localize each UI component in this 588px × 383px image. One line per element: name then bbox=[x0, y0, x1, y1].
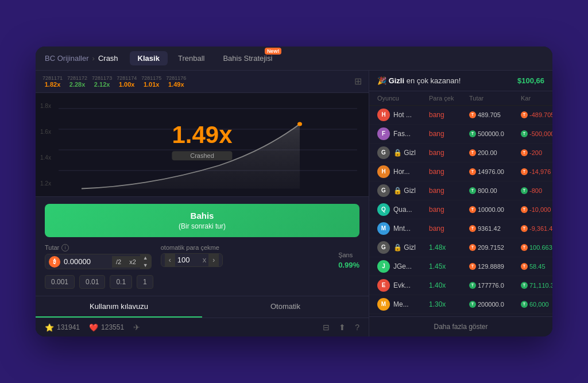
player-info: M Mnt... bbox=[377, 222, 429, 235]
coin-dot: T bbox=[469, 244, 476, 251]
crashed-label: Crashed bbox=[172, 151, 232, 160]
profit-coin-dot: T bbox=[521, 168, 528, 175]
history-item: 7281174 1.00x bbox=[117, 75, 137, 88]
table-row: G 🔒 Gizl 1.48x T 209.7152 T 100.663 bbox=[369, 238, 552, 257]
info-icon[interactable]: i bbox=[61, 244, 69, 252]
table-row: M Me... 1.30x T 200000.0 T 60,000 bbox=[369, 295, 552, 314]
table-row: H Hot ... bang T 489.705 T -489.705 bbox=[369, 106, 552, 125]
main-layout: 7281171 1.82x 7281172 2.28x 7281173 2.12… bbox=[36, 71, 552, 337]
grid-icon[interactable]: ⊞ bbox=[354, 76, 362, 87]
profit-coin-dot: T bbox=[521, 244, 528, 251]
half-button[interactable]: /2 bbox=[112, 256, 125, 268]
profit-text: -489.705 bbox=[529, 111, 552, 118]
amount-cell: T 129.8889 bbox=[469, 263, 521, 270]
game-id: 7281171 bbox=[42, 75, 63, 81]
coin-dot: T bbox=[469, 187, 476, 194]
breadcrumb-current[interactable]: Crash bbox=[98, 54, 118, 63]
profit-text: -500,000 bbox=[529, 130, 552, 137]
tab-bahis-stratejisi[interactable]: Bahis Stratejisi New! bbox=[215, 51, 280, 65]
heart-count: 123551 bbox=[101, 323, 124, 331]
amount-text: 10000.00 bbox=[478, 206, 504, 213]
grid-action-icon[interactable]: ⊟ bbox=[323, 323, 330, 332]
player-name: JGe... bbox=[393, 262, 412, 270]
profit-text: 60,000 bbox=[529, 301, 549, 308]
game-id: 7281174 bbox=[117, 75, 137, 81]
history-item: 7281176 1.49x bbox=[166, 75, 186, 88]
bet-button[interactable]: Bahis (Bir sonraki tur) bbox=[45, 204, 359, 237]
autocash-control-group: otomatik para çekme ‹ x › bbox=[161, 244, 223, 270]
player-info: G 🔒 Gizl bbox=[377, 241, 429, 254]
more-button[interactable]: Daha fazla göster bbox=[369, 316, 552, 336]
stepper-down[interactable]: ▼ bbox=[140, 262, 151, 269]
amount-cell: T 9361.42 bbox=[469, 225, 521, 232]
profit-text: -800 bbox=[529, 187, 542, 194]
amount-cell: T 200000.0 bbox=[469, 301, 521, 308]
autocash-label: otomatik para çekme bbox=[161, 244, 223, 251]
tab-trenball[interactable]: Trenball bbox=[170, 51, 212, 65]
amount-cell: T 200.00 bbox=[469, 149, 521, 156]
coin-dot: T bbox=[469, 149, 476, 156]
player-name: Hot ... bbox=[393, 111, 412, 119]
player-name: Me... bbox=[393, 300, 409, 308]
profit-coin-dot: T bbox=[521, 149, 528, 156]
player-name: 🔒 Gizl bbox=[393, 149, 416, 157]
breadcrumb-separator: › bbox=[92, 54, 95, 63]
amount-text: 14976.00 bbox=[478, 168, 504, 175]
footer-actions: ⊟ ⬆ ? bbox=[323, 323, 359, 332]
profit-coin-dot: T bbox=[521, 206, 528, 213]
tab-kullanim[interactable]: Kullanım kılavuzu bbox=[36, 296, 202, 318]
telegram-icon[interactable]: ✈ bbox=[133, 323, 140, 332]
quick-amount-01[interactable]: 0.1 bbox=[110, 275, 132, 289]
profit-cell: T -14,976 bbox=[521, 168, 552, 175]
amount-cell: T 500000.0 bbox=[469, 130, 521, 137]
avatar: E bbox=[377, 279, 390, 292]
autocash-next[interactable]: › bbox=[208, 254, 219, 266]
top-nav: BC Orijinaller › Crash Klasik Trenball B… bbox=[36, 47, 552, 71]
amount-cell: T 209.7152 bbox=[469, 244, 521, 251]
profit-coin-dot: T bbox=[521, 187, 528, 194]
table-row: G 🔒 Gizl bang T 800.00 T -800 bbox=[369, 181, 552, 200]
cashout-value: 1.30x bbox=[429, 300, 469, 308]
cashout-value: 1.48x bbox=[429, 243, 469, 252]
stats-action-icon[interactable]: ⬆ bbox=[339, 323, 346, 332]
quick-amount-1[interactable]: 1 bbox=[137, 275, 153, 289]
amount-label: Tutar i bbox=[45, 244, 152, 252]
table-row: F Fas... bang T 500000.0 T -500,000 bbox=[369, 125, 552, 144]
double-button[interactable]: x2 bbox=[125, 256, 140, 268]
app-container: BC Orijinaller › Crash Klasik Trenball B… bbox=[36, 47, 552, 337]
player-name: Hor... bbox=[393, 168, 410, 176]
amount-cell: T 800.00 bbox=[469, 187, 521, 194]
profit-cell: T -500,000 bbox=[521, 130, 552, 137]
profit-coin-dot: T bbox=[521, 111, 528, 118]
multiplier-value: 1.01x bbox=[144, 81, 160, 88]
profit-coin-dot: T bbox=[521, 282, 528, 289]
coin-icon: ₿ bbox=[49, 256, 60, 268]
help-action-icon[interactable]: ? bbox=[355, 323, 359, 332]
avatar: G bbox=[377, 146, 390, 159]
player-info: F Fas... bbox=[377, 127, 429, 140]
amount-input[interactable] bbox=[64, 257, 110, 266]
multiplier-value: 1.49x bbox=[168, 81, 184, 88]
chance-value: 0.99% bbox=[338, 261, 359, 269]
amount-cell: T 489.705 bbox=[469, 111, 521, 118]
stepper-up[interactable]: ▲ bbox=[140, 254, 151, 262]
breadcrumb-home[interactable]: BC Orijinaller bbox=[45, 54, 89, 63]
tab-otomatik[interactable]: Otomatik bbox=[202, 296, 369, 318]
tab-klasik[interactable]: Klasik bbox=[130, 51, 168, 65]
player-name: 🔒 Gizl bbox=[393, 243, 416, 252]
autocash-prev[interactable]: ‹ bbox=[165, 254, 175, 266]
table-row: G 🔒 Gizl bang T 200.00 T -200 bbox=[369, 144, 552, 163]
game-area: 1.8x 1.6x 1.4x 1.2x bbox=[36, 93, 369, 196]
quick-amount-0001[interactable]: 0.001 bbox=[45, 275, 75, 289]
quick-amount-001[interactable]: 0.01 bbox=[79, 275, 105, 289]
autocash-input[interactable] bbox=[177, 256, 200, 264]
profit-coin-dot: T bbox=[521, 130, 528, 137]
cashout-value: bang bbox=[429, 149, 469, 157]
profit-cell: T 100.663 bbox=[521, 244, 552, 251]
multiplier-value: 2.12x bbox=[94, 81, 110, 88]
multiplier-value: 1.82x bbox=[45, 81, 61, 88]
profit-coin-dot: T bbox=[521, 263, 528, 270]
player-name: Evk... bbox=[393, 281, 411, 289]
avatar: M bbox=[377, 222, 390, 235]
player-name: Qua... bbox=[393, 206, 412, 214]
